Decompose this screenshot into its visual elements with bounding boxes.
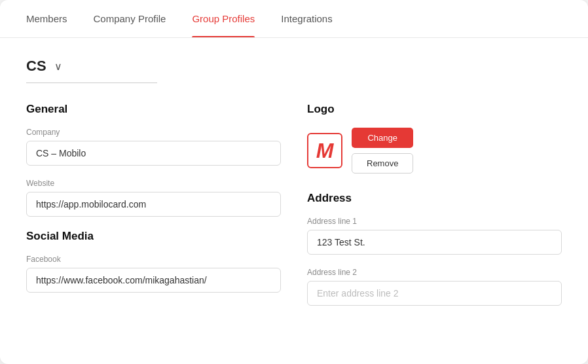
social-media-title: Social Media bbox=[26, 230, 281, 243]
chevron-down-icon: ∨ bbox=[54, 60, 62, 73]
logo-section: Logo M Change Remove bbox=[307, 103, 562, 173]
remove-logo-button[interactable]: Remove bbox=[352, 153, 413, 173]
company-label: Company bbox=[26, 128, 281, 137]
nav-integrations[interactable]: Integrations bbox=[281, 0, 332, 37]
facebook-label: Facebook bbox=[26, 255, 281, 264]
logo-buttons: Change Remove bbox=[352, 128, 413, 173]
group-selector-label: CS bbox=[26, 58, 46, 75]
logo-row: M Change Remove bbox=[307, 128, 562, 173]
company-field-group: Company bbox=[26, 128, 281, 166]
left-column: General Company Website Social Media Fac… bbox=[26, 103, 281, 319]
facebook-input[interactable] bbox=[26, 268, 281, 293]
facebook-field-group: Facebook bbox=[26, 255, 281, 293]
nav-company-profile[interactable]: Company Profile bbox=[94, 0, 166, 37]
general-title: General bbox=[26, 103, 281, 116]
address-line2-field-group: Address line 2 bbox=[307, 268, 562, 306]
website-label: Website bbox=[26, 179, 281, 188]
group-selector-dropdown[interactable]: CS ∨ bbox=[26, 58, 157, 83]
top-nav: Members Company Profile Group Profiles I… bbox=[0, 0, 588, 38]
nav-members[interactable]: Members bbox=[26, 0, 67, 37]
address-title: Address bbox=[307, 192, 562, 205]
logo-preview: M bbox=[307, 133, 342, 168]
social-media-section: Social Media Facebook bbox=[26, 230, 281, 293]
logo-title: Logo bbox=[307, 103, 562, 116]
logo-letter: M bbox=[316, 139, 334, 163]
nav-group-profiles[interactable]: Group Profiles bbox=[192, 0, 255, 37]
website-input[interactable] bbox=[26, 192, 281, 217]
change-logo-button[interactable]: Change bbox=[352, 128, 413, 148]
two-column-layout: General Company Website Social Media Fac… bbox=[26, 103, 562, 319]
right-column: Logo M Change Remove Address bbox=[307, 103, 562, 319]
address-line1-label: Address line 1 bbox=[307, 217, 562, 226]
address-line2-label: Address line 2 bbox=[307, 268, 562, 277]
main-content: CS ∨ General Company Website bbox=[0, 38, 588, 338]
company-input[interactable] bbox=[26, 141, 281, 166]
address-line1-input[interactable] bbox=[307, 230, 562, 255]
general-section: General Company Website bbox=[26, 103, 281, 217]
address-line2-input[interactable] bbox=[307, 281, 562, 306]
website-field-group: Website bbox=[26, 179, 281, 217]
app-window: Members Company Profile Group Profiles I… bbox=[0, 0, 588, 364]
address-section: Address Address line 1 Address line 2 bbox=[307, 192, 562, 306]
address-line1-field-group: Address line 1 bbox=[307, 217, 562, 255]
